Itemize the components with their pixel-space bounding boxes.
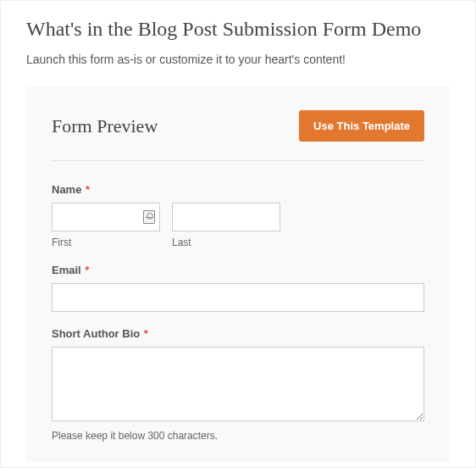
required-marker: * <box>86 183 90 196</box>
bio-label-text: Short Author Bio <box>52 327 140 340</box>
first-name-input[interactable] <box>52 203 160 231</box>
first-input-wrap <box>52 203 160 231</box>
form-preview-panel: Form Preview Use This Template Name * Fi… <box>26 86 450 462</box>
page-subtitle: Launch this form as-is or customize it t… <box>26 53 450 66</box>
name-label: Name * <box>52 183 424 196</box>
field-name: Name * First Last <box>52 183 424 248</box>
name-row: First Last <box>52 203 424 248</box>
bio-label: Short Author Bio * <box>52 327 424 340</box>
last-name-input[interactable] <box>172 203 280 231</box>
field-bio: Short Author Bio * Please keep it below … <box>52 327 424 442</box>
use-template-button[interactable]: Use This Template <box>299 110 424 142</box>
last-sublabel: Last <box>172 237 280 248</box>
required-marker: * <box>144 327 148 340</box>
first-sublabel: First <box>52 237 160 248</box>
email-label-text: Email <box>52 264 81 276</box>
name-label-text: Name <box>52 183 81 196</box>
content-wrap: What's in the Blog Post Submission Form … <box>1 1 475 462</box>
required-marker: * <box>85 264 89 276</box>
page-container: What's in the Blog Post Submission Form … <box>0 0 476 468</box>
page-title: What's in the Blog Post Submission Form … <box>26 18 450 41</box>
bio-textarea[interactable] <box>52 347 424 421</box>
name-last-col: Last <box>172 203 280 248</box>
field-email: Email * <box>52 264 424 312</box>
bio-helper-text: Please keep it below 300 characters. <box>52 430 424 442</box>
preview-header: Form Preview Use This Template <box>52 110 424 161</box>
preview-heading: Form Preview <box>52 115 158 137</box>
email-label: Email * <box>52 264 424 276</box>
name-first-col: First <box>52 203 160 248</box>
email-input[interactable] <box>52 283 424 312</box>
